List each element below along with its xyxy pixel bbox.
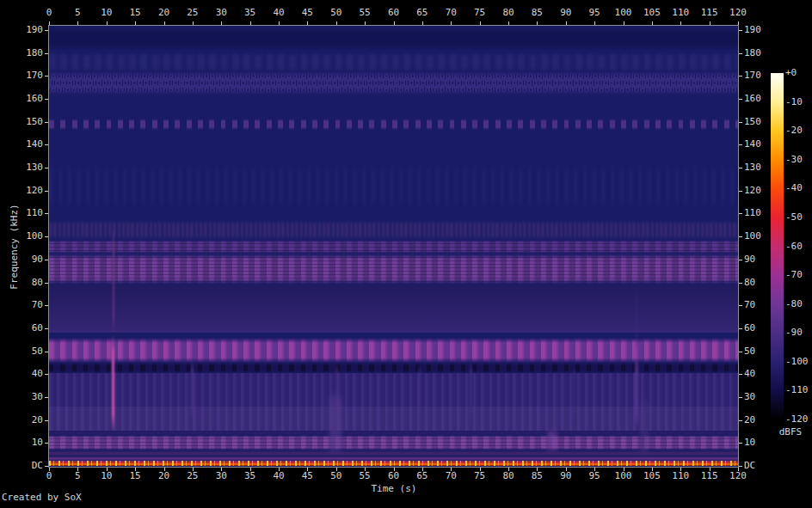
y-axis-title: Frequency (kHz) <box>9 161 21 333</box>
x-axis-top-tick <box>451 21 452 25</box>
spectrogram-band-band-10khz <box>49 435 738 450</box>
y-axis-right-tick <box>739 305 742 306</box>
x-axis-top-tick <box>422 21 423 25</box>
x-axis-bottom-tick-label: 120 <box>723 470 754 481</box>
x-axis-top-tick-label: 70 <box>435 7 466 18</box>
spectrogram-event-impulse-11s-upper <box>113 225 114 335</box>
spectrogram-band-fuzz-103khz <box>49 220 738 240</box>
y-axis-right-tick <box>739 236 742 237</box>
y-axis-right-tick-label: 180 <box>744 47 778 58</box>
colorbar-tick-label: -70 <box>785 269 812 280</box>
x-axis-top-tick-label: 80 <box>493 7 524 18</box>
x-axis-bottom-tick-label: 60 <box>378 470 409 481</box>
x-axis-top-tick <box>710 21 710 25</box>
x-axis-bottom-tick-label: 90 <box>551 470 581 481</box>
colorbar-tick-label: -10 <box>785 96 812 107</box>
y-axis-right-tick <box>739 144 742 145</box>
spectrogram-event-streak-64s <box>418 363 421 420</box>
y-axis-left-tick <box>45 122 48 123</box>
y-axis-left-tick-label: 180 <box>7 47 43 58</box>
spectrogram-event-streak-73s <box>470 360 472 425</box>
y-axis-left-tick <box>45 76 48 77</box>
x-axis-bottom-tick-label: 45 <box>292 470 323 481</box>
dbfs-colorbar <box>771 73 784 419</box>
x-axis-bottom-tick-label: 35 <box>235 470 266 481</box>
colorbar-tick-label: -90 <box>785 327 812 338</box>
y-axis-left-tick <box>45 305 48 306</box>
x-axis-bottom-tick-label: 115 <box>694 470 725 481</box>
x-axis-top-tick-label: 50 <box>321 7 352 18</box>
x-axis-top-tick <box>336 21 337 25</box>
x-axis-top-tick <box>738 21 739 25</box>
x-axis-bottom-tick-label: 110 <box>665 470 696 481</box>
y-axis-left-tick <box>45 213 48 214</box>
x-axis-bottom-tick-label: 50 <box>321 470 352 481</box>
y-axis-left-tick-label: 190 <box>7 24 43 35</box>
spectrogram-event-blob-87s <box>547 429 557 452</box>
x-axis-bottom-tick-label: 105 <box>637 470 667 481</box>
x-axis-top-tick <box>624 21 624 25</box>
x-axis-bottom-tick-label: 75 <box>464 470 495 481</box>
y-axis-left-tick <box>45 466 48 467</box>
x-axis-top-tick <box>279 21 280 25</box>
x-axis-top-tick-label: 65 <box>407 7 438 18</box>
x-axis-top-tick-label: 110 <box>665 7 696 18</box>
spectrogram-band-band-86khz <box>49 254 738 285</box>
x-axis-top-tick-label: 90 <box>551 7 581 18</box>
y-axis-right-tick-label: 190 <box>744 24 778 35</box>
x-axis-top-tick <box>193 21 194 25</box>
x-axis-bottom-tick-label: 65 <box>407 470 438 481</box>
sox-credit-text: Created by SoX <box>2 492 82 503</box>
x-axis-top-tick <box>680 21 681 25</box>
y-axis-left-tick <box>45 53 48 54</box>
x-axis-bottom-tick-label: 25 <box>177 470 208 481</box>
spectrogram-band-grad-70khz <box>49 285 738 333</box>
x-axis-top-tick-label: 75 <box>464 7 495 18</box>
spectrogram-event-streak-50s <box>335 360 338 419</box>
x-axis-top-tick <box>135 21 136 25</box>
x-axis-top-tick <box>164 21 165 25</box>
spectrogram-event-streak-102s-upper <box>636 287 637 353</box>
x-axis-top-tick-label: 35 <box>235 7 266 18</box>
y-axis-left-tick-label: 40 <box>7 368 43 379</box>
x-axis-top-tick-label: 115 <box>694 7 725 18</box>
y-axis-left-tick <box>45 374 48 375</box>
x-axis-bottom-tick-label: 15 <box>120 470 151 481</box>
y-axis-right-tick <box>739 328 742 329</box>
x-axis-bottom-tick-label: 95 <box>579 470 610 481</box>
y-axis-left-tick <box>45 443 48 444</box>
spectrogram-band-dashes-149khz <box>49 119 738 130</box>
y-axis-left-tick <box>45 30 48 31</box>
y-axis-left-tick <box>45 283 48 284</box>
spectrogram-event-broad-103s <box>640 397 649 459</box>
y-axis-left-tick-label: 160 <box>7 93 43 104</box>
y-axis-left-tick-label: 20 <box>7 414 43 425</box>
colorbar-tick-label: +0 <box>785 67 812 78</box>
colorbar-tick-label: -50 <box>785 211 812 223</box>
colorbar-tick-label: -40 <box>785 182 812 193</box>
y-axis-left-tick <box>45 236 48 237</box>
x-axis-top-tick-label: 20 <box>149 7 180 18</box>
y-axis-right-tick <box>739 53 742 54</box>
x-axis-top-tick <box>107 21 108 25</box>
x-axis-top-tick <box>537 21 538 25</box>
y-axis-left-tick <box>45 352 48 352</box>
x-axis-bottom-tick-label: 70 <box>435 470 466 481</box>
x-axis-bottom-tick-label: 10 <box>91 470 122 481</box>
y-axis-left-tick-label: DC <box>7 460 43 471</box>
x-axis-top-tick-label: 105 <box>637 7 667 18</box>
y-axis-left-tick <box>45 144 48 145</box>
colorbar-tick-label: -60 <box>785 241 812 252</box>
y-axis-right-tick-label: 10 <box>744 437 778 448</box>
spectrogram-event-impulse-11s <box>112 335 114 431</box>
x-axis-top-tick <box>566 21 567 25</box>
x-axis-bottom-tick-label: 100 <box>608 470 639 481</box>
x-axis-top-tick <box>394 21 395 25</box>
y-axis-right-tick <box>739 420 742 421</box>
x-axis-top-tick-label: 15 <box>120 7 151 18</box>
y-axis-right-tick <box>739 466 742 467</box>
colorbar-tick-label: -80 <box>785 298 812 309</box>
colorbar-tick-label: -100 <box>785 356 812 367</box>
x-axis-bottom-tick-label: 85 <box>521 470 552 481</box>
x-axis-bottom-tick-label: 55 <box>349 470 380 481</box>
